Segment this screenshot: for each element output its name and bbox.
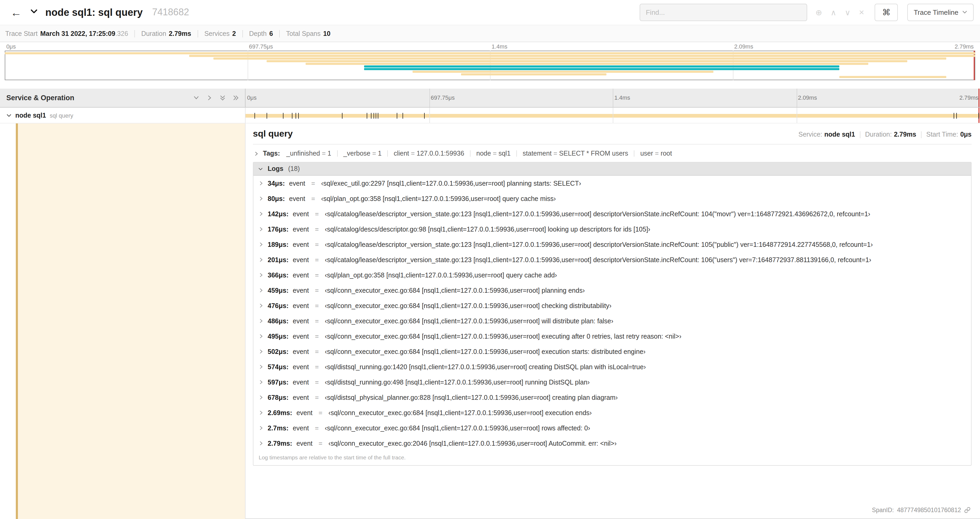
chevron-right-icon bbox=[259, 334, 263, 339]
log-row[interactable]: 34μs:event = ‹sql/exec_util.go:2297 [nsq… bbox=[253, 176, 971, 191]
tags-label: Tags: bbox=[263, 150, 280, 157]
chevron-right-icon bbox=[259, 395, 263, 400]
collapse-one-icon[interactable] bbox=[193, 95, 199, 101]
minimap-span-bar bbox=[839, 76, 946, 78]
expand-all-icon[interactable] bbox=[233, 95, 239, 101]
summary-value: 2.79ms bbox=[169, 30, 191, 37]
log-marker-tick bbox=[367, 113, 367, 119]
log-row[interactable]: 597μs:event = ‹sql/distsql_running.go:49… bbox=[253, 374, 971, 390]
tags-accordion-toggle[interactable]: Tags: _unfinished = 1_verbose = 1client … bbox=[253, 147, 972, 162]
keyboard-shortcuts-button[interactable]: ⌘ bbox=[875, 4, 898, 21]
span-service-name: node sql1 bbox=[15, 112, 46, 119]
chevron-down-icon bbox=[258, 166, 263, 171]
log-row[interactable]: 2.69ms:event = ‹sql/conn_executor_exec.g… bbox=[253, 405, 971, 420]
chevron-right-icon bbox=[259, 257, 263, 262]
collapse-all-icon[interactable] bbox=[220, 95, 226, 101]
chevron-right-icon bbox=[259, 303, 263, 308]
log-row[interactable]: 486μs:event = ‹sql/conn_executor_exec.go… bbox=[253, 313, 971, 329]
log-marker-tick bbox=[267, 113, 267, 119]
chevron-right-icon bbox=[259, 349, 263, 354]
back-button[interactable]: ← bbox=[7, 6, 25, 19]
timeline-header-row: Service & Operation 0μs697.75μs1.4ms2.09… bbox=[0, 89, 980, 108]
locate-match-icon[interactable]: ⊕ bbox=[815, 8, 822, 16]
log-row[interactable]: 678μs:event = ‹sql/distsql_physical_plan… bbox=[253, 390, 971, 405]
trace-view-selector[interactable]: Trace Timeline bbox=[907, 4, 974, 21]
timeline-gridline bbox=[429, 108, 430, 123]
minimap-span-bar bbox=[5, 52, 975, 54]
log-marker-tick bbox=[403, 113, 403, 119]
log-marker-tick bbox=[424, 113, 425, 119]
trace-minimap: 0μs697.75μs1.4ms2.09ms2.79ms bbox=[0, 42, 980, 81]
tag-item: client = 127.0.0.1:59936 bbox=[394, 150, 464, 157]
summary-value: 2 bbox=[232, 30, 236, 37]
summary-trace-start: Trace Start March 31 2022, 17:25:09.326 bbox=[5, 30, 128, 37]
summary-value: March 31 2022, 17:25:09 bbox=[40, 30, 115, 37]
log-row[interactable]: 80μs:event = ‹sql/plan_opt.go:358 [nsql1… bbox=[253, 191, 971, 206]
tick-label: 2.09ms bbox=[798, 94, 817, 101]
summary-label: Trace Start bbox=[5, 30, 38, 37]
log-row[interactable]: 2.7ms:event = ‹sql/conn_executor_exec.go… bbox=[253, 420, 971, 436]
log-row[interactable]: 459μs:event = ‹sql/conn_executor_exec.go… bbox=[253, 283, 971, 298]
summary-duration: Duration 2.79ms bbox=[141, 30, 191, 37]
log-marker-tick bbox=[371, 113, 372, 119]
span-bar-cell[interactable] bbox=[245, 108, 980, 123]
tick-label: 0μs bbox=[247, 94, 256, 101]
log-row[interactable]: 142μs:event = ‹sql/catalog/lease/descrip… bbox=[253, 206, 971, 222]
next-match-icon[interactable]: ∨ bbox=[845, 8, 851, 16]
log-row[interactable]: 189μs:event = ‹sql/catalog/lease/descrip… bbox=[253, 237, 971, 252]
log-marker-tick bbox=[378, 113, 378, 119]
find-nav: ⊕ ∧ ∨ × bbox=[815, 8, 864, 17]
clear-search-icon[interactable]: × bbox=[859, 8, 864, 17]
span-id-value: 4877749850101760812 bbox=[897, 507, 961, 513]
summary-label: Depth bbox=[249, 30, 267, 37]
trace-view-selector-label: Trace Timeline bbox=[913, 8, 958, 16]
log-row[interactable]: 176μs:event = ‹sql/catalog/descs/descrip… bbox=[253, 222, 971, 237]
timeline-gridline bbox=[796, 89, 797, 107]
span-id-label: SpanID: bbox=[872, 507, 894, 513]
log-row[interactable]: 366μs:event = ‹sql/plan_opt.go:358 [nsql… bbox=[253, 267, 971, 283]
find-input[interactable] bbox=[640, 4, 807, 21]
minimap-canvas[interactable] bbox=[5, 51, 975, 80]
chevron-right-icon bbox=[259, 242, 263, 247]
log-row[interactable]: 502μs:event = ‹sql/conn_executor_exec.go… bbox=[253, 344, 971, 359]
log-marker-tick bbox=[956, 113, 957, 119]
stat-duration: Duration:2.79ms bbox=[865, 131, 916, 138]
log-row[interactable]: 201μs:event = ‹sql/catalog/lease/descrip… bbox=[253, 252, 971, 267]
previous-match-icon[interactable]: ∧ bbox=[830, 8, 837, 16]
log-row[interactable]: 476μs:event = ‹sql/conn_executor_exec.go… bbox=[253, 298, 971, 313]
timeline-gridline bbox=[429, 89, 430, 107]
summary-suffix: .326 bbox=[115, 30, 128, 37]
log-row[interactable]: 2.79ms:event = ‹sql/conn_executor_exec.g… bbox=[253, 436, 971, 451]
minimap-span-bar bbox=[364, 68, 839, 70]
summary-total-spans: Total Spans 10 bbox=[286, 30, 330, 37]
logs-list: 34μs:event = ‹sql/exec_util.go:2297 [nsq… bbox=[253, 176, 971, 451]
log-row[interactable]: 574μs:event = ‹sql/distsql_running.go:14… bbox=[253, 359, 971, 374]
tag-item: user = root bbox=[640, 150, 672, 157]
service-operation-header: Service & Operation bbox=[0, 89, 245, 108]
logs-footer-note: Log timestamps are relative to the start… bbox=[253, 451, 971, 465]
summary-label: Duration bbox=[141, 30, 166, 37]
span-id-row: SpanID: 4877749850101760812 bbox=[253, 503, 972, 515]
timeline-gridline bbox=[613, 108, 613, 123]
logs-accordion-toggle[interactable]: Logs (18) bbox=[253, 163, 971, 176]
log-row[interactable]: 495μs:event = ‹sql/conn_executor_exec.go… bbox=[253, 329, 971, 344]
minimap-span-bar bbox=[213, 57, 946, 60]
expand-one-icon[interactable] bbox=[207, 95, 212, 101]
divider bbox=[387, 150, 388, 156]
timeline-end-marker bbox=[978, 89, 980, 107]
log-marker-tick bbox=[978, 113, 979, 119]
chevron-right-icon bbox=[259, 227, 263, 232]
timeline-ruler[interactable]: 0μs697.75μs1.4ms2.09ms2.79ms bbox=[245, 89, 980, 108]
minimap-span-bar bbox=[364, 65, 839, 67]
span-name-cell[interactable]: node sql1 sql query bbox=[0, 108, 245, 123]
divider bbox=[279, 30, 280, 37]
tick-label: 1.4ms bbox=[614, 94, 630, 101]
span-detail-left-column bbox=[0, 123, 245, 519]
deep-link-icon[interactable] bbox=[964, 507, 970, 513]
span-tint-fill bbox=[18, 123, 245, 519]
minimap-span-bar bbox=[189, 55, 975, 57]
logs-title: Logs bbox=[268, 165, 283, 172]
trace-collapse-toggle[interactable] bbox=[30, 7, 38, 18]
chevron-right-icon bbox=[259, 288, 263, 293]
span-operation-name: sql query bbox=[50, 112, 73, 118]
